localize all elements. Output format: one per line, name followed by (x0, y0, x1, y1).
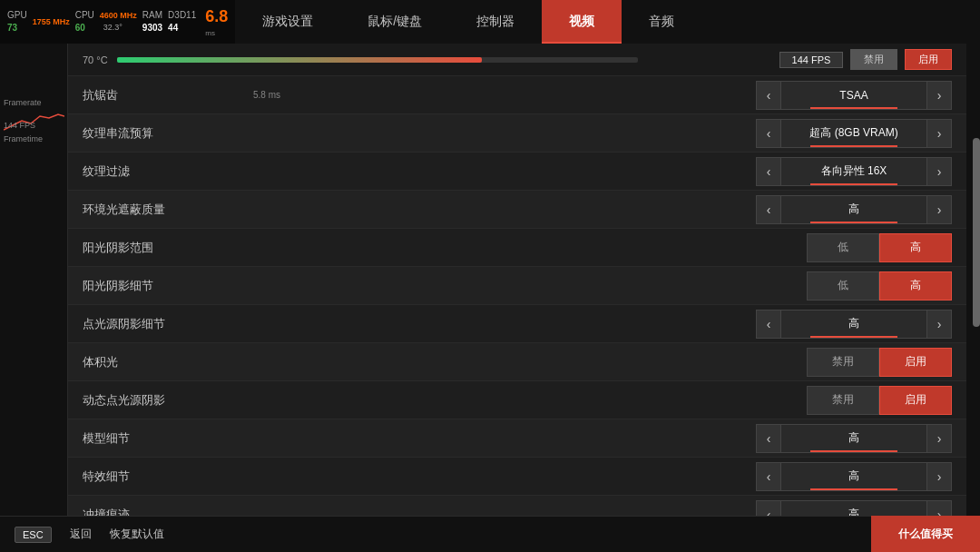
arrow-right-effect-detail[interactable]: › (926, 462, 952, 491)
arrow-left-texture-filter[interactable]: ‹ (756, 157, 781, 186)
temp-label: 70 °C (83, 54, 108, 65)
arrow-left-anti-aliasing[interactable]: ‹ (756, 81, 781, 110)
top-bar: GPU 73 1755 MHz CPU 60 4600 MHz 32.3° RA… (0, 0, 980, 44)
hud-stats: GPU 73 1755 MHz CPU 60 4600 MHz 32.3° RA… (0, 0, 235, 44)
tab-mouse-keyboard[interactable]: 鼠标/键盘 (340, 0, 449, 44)
setting-row-point-shadow: 点光源阴影细节‹高› (68, 305, 966, 343)
right-panel (966, 44, 980, 516)
toggle-btn-volumetric-light-0[interactable]: 禁用 (807, 348, 879, 377)
toggle-btn-dynamic-shadow-0[interactable]: 禁用 (807, 386, 879, 415)
setting-row-model-detail: 模型细节‹高› (68, 419, 966, 458)
d3d-col: D3D11 44 (168, 9, 196, 34)
value-box-effect-detail: 高 (781, 462, 926, 491)
setting-control-texture-filter: ‹各向异性 16X› (756, 157, 952, 186)
setting-control-dynamic-shadow: 禁用启用 (807, 386, 952, 415)
setting-label-dynamic-shadow: 动态点光源阴影 (83, 392, 246, 409)
setting-control-shadow-range: 低高 (807, 233, 952, 262)
setting-control-shadow-detail: 低高 (807, 271, 952, 301)
cpu-value: 60 (75, 22, 94, 34)
fps-ms-col: 6.8 ms (205, 5, 228, 38)
gpu-value: 73 (7, 22, 27, 34)
main-content: Framerate Frametime 144 FPS 70 °C 禁用 启用 (0, 44, 980, 516)
setting-row-shadow-range: 阳光阴影范围低高 (68, 229, 966, 267)
setting-label-anti-aliasing: 抗锯齿 (83, 87, 246, 104)
arrow-left-effect-detail[interactable]: ‹ (756, 462, 781, 491)
setting-label-impact-marks: 冲撞痕迹 (83, 507, 246, 517)
fps-ms-unit: ms (205, 28, 228, 38)
setting-label-texture-filter: 纹理过滤 (83, 163, 246, 180)
restore-label: 恢复默认值 (110, 527, 164, 542)
scrollbar-thumb[interactable] (973, 138, 980, 327)
arrow-left-impact-marks[interactable]: ‹ (756, 500, 781, 517)
fps-enable-btn[interactable]: 启用 (905, 49, 952, 70)
arrow-right-impact-marks[interactable]: › (926, 500, 952, 517)
toggle-btn-dynamic-shadow-1[interactable]: 启用 (879, 386, 952, 415)
arrow-right-anti-aliasing[interactable]: › (926, 81, 952, 110)
esc-key: ESC (15, 527, 52, 543)
setting-label-shadow-range: 阳光阴影范围 (83, 240, 246, 256)
arrow-left-texture-streaming[interactable]: ‹ (756, 119, 781, 148)
value-box-texture-filter: 各向异性 16X (781, 157, 926, 186)
toggle-group-shadow-detail: 低高 (807, 271, 952, 301)
d3d-label: D3D11 (168, 9, 196, 22)
setting-label-model-detail: 模型细节 (83, 430, 246, 447)
value-box-texture-streaming: 超高 (8GB VRAM) (781, 119, 926, 148)
gpu-label: GPU (7, 9, 27, 22)
arrow-right-texture-streaming[interactable]: › (926, 119, 952, 148)
fps-input[interactable] (779, 52, 843, 68)
arrow-right-point-shadow[interactable]: › (926, 310, 952, 339)
toggle-btn-shadow-detail-1[interactable]: 高 (879, 271, 952, 301)
fps-val-label: 144 FPS (4, 121, 35, 130)
toggle-group-shadow-range: 低高 (807, 233, 952, 262)
tab-game-settings[interactable]: 游戏设置 (235, 0, 340, 44)
settings-rows: 抗锯齿5.8 ms‹TSAA›纹理串流预算‹超高 (8GB VRAM)›纹理过滤… (68, 76, 966, 516)
temp-fill (117, 57, 482, 63)
cpu-label: CPU (75, 9, 94, 22)
setting-row-texture-streaming: 纹理串流预算‹超高 (8GB VRAM)› (68, 114, 966, 153)
gpu-mhz: 1755 MHz (33, 16, 70, 28)
fps-disable-btn[interactable]: 禁用 (850, 49, 897, 70)
setting-sublabel-anti-aliasing: 5.8 ms (253, 90, 280, 100)
cpu-temp: 32.3° (103, 22, 137, 34)
fps-ms-value: 6.8 (205, 5, 228, 28)
setting-row-impact-marks: 冲撞痕迹‹高› (68, 496, 966, 516)
framerate-label: Framerate (4, 98, 42, 107)
settings-panel[interactable]: 70 °C 禁用 启用 抗锯齿5.8 ms‹TSAA›纹理串流预算‹超高 (8G… (68, 44, 966, 516)
frametime-label: Frametime (4, 134, 43, 143)
toggle-btn-shadow-range-1[interactable]: 高 (879, 233, 952, 262)
tab-audio[interactable]: 音频 (622, 0, 701, 44)
setting-row-effect-detail: 特效细节‹高› (68, 458, 966, 496)
toggle-btn-shadow-range-0[interactable]: 低 (807, 233, 879, 262)
setting-row-ambient-occlusion: 环境光遮蔽质量‹高› (68, 191, 966, 229)
arrow-left-point-shadow[interactable]: ‹ (756, 310, 781, 339)
temp-indicator (117, 57, 639, 63)
setting-label-volumetric-light: 体积光 (83, 354, 246, 370)
back-label: 返回 (70, 527, 92, 542)
nav-tabs: 游戏设置 鼠标/键盘 控制器 视频 音频 (235, 0, 980, 44)
value-box-model-detail: 高 (781, 424, 926, 453)
tab-controller[interactable]: 控制器 (449, 0, 542, 44)
arrow-right-texture-filter[interactable]: › (926, 157, 952, 186)
value-box-point-shadow: 高 (781, 310, 926, 339)
tab-video[interactable]: 视频 (542, 0, 622, 44)
setting-control-effect-detail: ‹高› (756, 462, 952, 491)
value-box-impact-marks: 高 (781, 500, 926, 517)
watermark: 什么值得买 (871, 516, 980, 552)
toggle-group-volumetric-light: 禁用启用 (807, 348, 952, 377)
mhz-col: 1755 MHz (33, 16, 70, 28)
toggle-btn-volumetric-light-1[interactable]: 启用 (879, 348, 952, 377)
arrow-right-ambient-occlusion[interactable]: › (926, 195, 952, 224)
arrow-right-model-detail[interactable]: › (926, 424, 952, 453)
arrow-left-ambient-occlusion[interactable]: ‹ (756, 195, 781, 224)
setting-row-texture-filter: 纹理过滤‹各向异性 16X› (68, 153, 966, 191)
left-panel: Framerate Frametime 144 FPS (0, 44, 68, 516)
value-box-anti-aliasing: TSAA (781, 81, 926, 110)
toggle-group-dynamic-shadow: 禁用启用 (807, 386, 952, 415)
setting-control-anti-aliasing: ‹TSAA› (756, 81, 952, 110)
setting-label-shadow-detail: 阳光阴影细节 (83, 278, 246, 294)
arrow-left-model-detail[interactable]: ‹ (756, 424, 781, 453)
scrollbar-track[interactable] (973, 44, 980, 516)
setting-label-ambient-occlusion: 环境光遮蔽质量 (83, 202, 246, 218)
gpu-col: GPU 73 (7, 9, 27, 34)
toggle-btn-shadow-detail-0[interactable]: 低 (807, 271, 879, 301)
